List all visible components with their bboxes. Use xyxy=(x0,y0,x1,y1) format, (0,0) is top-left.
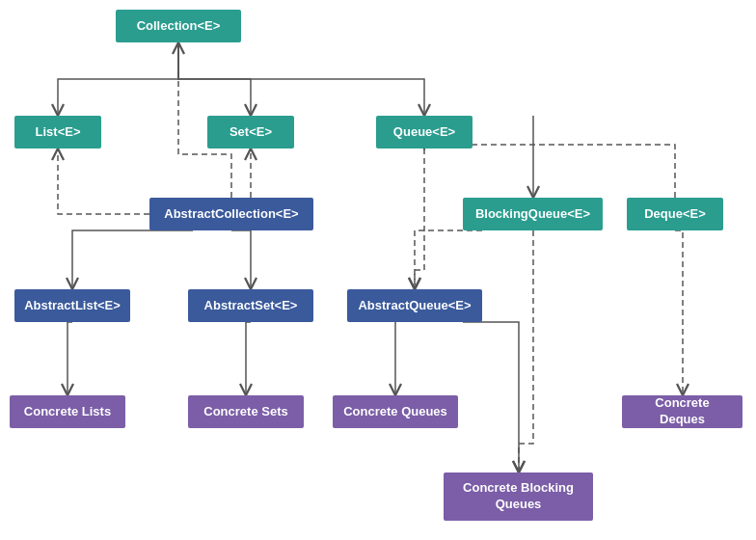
node-abstractset: AbstractSet<E> xyxy=(188,289,313,322)
node-abstractqueue: AbstractQueue<E> xyxy=(347,289,482,322)
node-deque: Deque<E> xyxy=(627,198,723,230)
node-concretedeques: Concrete Deques xyxy=(622,395,742,428)
node-abstractcollection: AbstractCollection<E> xyxy=(149,198,313,230)
node-concretequeues: Concrete Queues xyxy=(333,395,458,428)
node-concretesets: Concrete Sets xyxy=(188,395,304,428)
node-collection: Collection<E> xyxy=(116,10,241,42)
connection-lines xyxy=(0,0,756,540)
node-blockingqueue: BlockingQueue<E> xyxy=(463,198,603,230)
diagram-container: Collection<E> List<E> Set<E> Queue<E> Ab… xyxy=(0,0,756,540)
node-concreteblockingqueues: Concrete Blocking Queues xyxy=(444,472,593,521)
node-abstractlist: AbstractList<E> xyxy=(14,289,130,322)
node-concretelists: Concrete Lists xyxy=(10,395,125,428)
node-set: Set<E> xyxy=(207,116,294,148)
node-list: List<E> xyxy=(14,116,101,148)
node-queue: Queue<E> xyxy=(376,116,472,148)
